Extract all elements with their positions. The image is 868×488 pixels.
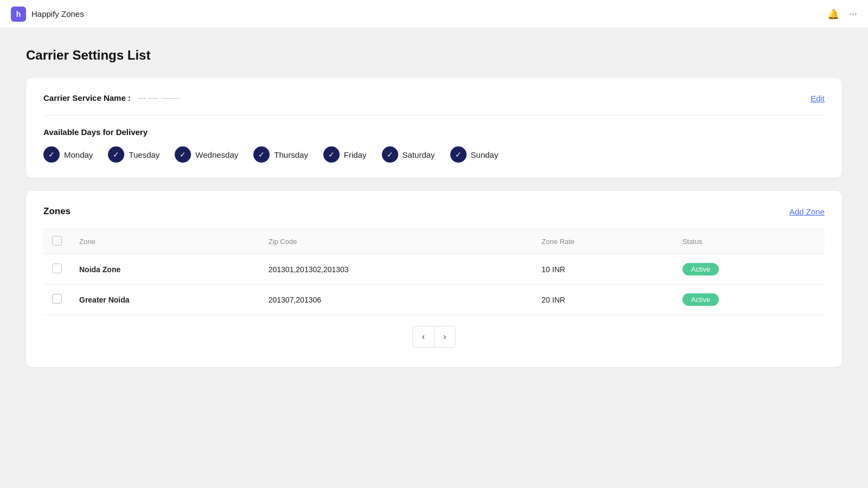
col-checkbox (43, 229, 71, 254)
app-title: Happify Zones (31, 9, 84, 18)
day-label: Sunday (471, 150, 499, 159)
col-header-zone_rate: Zone Rate (533, 229, 673, 254)
day-check-icon: ✓ (43, 146, 60, 163)
day-label: Tuesday (129, 150, 159, 159)
zones-title: Zones (43, 206, 71, 217)
day-item: ✓ Friday (323, 146, 367, 163)
col-header-zone: Zone (71, 229, 260, 254)
available-days-section: Available Days for Delivery ✓ Monday ✓ T… (43, 127, 825, 163)
topbar-left: h Happify Zones (11, 7, 84, 22)
status-badge: Active (682, 293, 719, 306)
carrier-service-row: Carrier Service Name : --- ---- ------- … (43, 93, 825, 115)
day-check-icon: ✓ (323, 146, 340, 163)
carrier-service-label: Carrier Service Name : (43, 93, 131, 102)
carrier-service-info: Carrier Service Name : --- ---- ------- (43, 93, 180, 103)
day-label: Monday (64, 150, 93, 159)
day-check-icon: ✓ (382, 146, 398, 163)
day-check-icon: ✓ (253, 146, 270, 163)
day-label: Friday (344, 150, 367, 159)
carrier-card: Carrier Service Name : --- ---- ------- … (26, 78, 842, 178)
status-cell: Active (674, 285, 825, 315)
row-checkbox-cell (43, 285, 71, 315)
zone-rate-cell: 20 INR (533, 285, 673, 315)
edit-link[interactable]: Edit (810, 94, 825, 103)
main-content: Carrier Settings List Carrier Service Na… (0, 28, 868, 387)
delivery-section-title: Available Days for Delivery (43, 127, 825, 137)
zone-name-cell: Greater Noida (71, 285, 260, 315)
prev-page-button[interactable]: ‹ (412, 326, 434, 348)
table-row: Noida Zone 201301,201302,201303 10 INR A… (43, 254, 825, 285)
row-checkbox-0[interactable] (52, 264, 62, 273)
day-label: Thursday (274, 150, 308, 159)
day-check-icon: ✓ (108, 146, 124, 163)
zones-table: ZoneZip CodeZone RateStatus Noida Zone 2… (43, 229, 825, 315)
day-item: ✓ Tuesday (108, 146, 159, 163)
page-title: Carrier Settings List (26, 48, 842, 63)
status-cell: Active (674, 254, 825, 285)
day-item: ✓ Thursday (253, 146, 308, 163)
status-badge: Active (682, 263, 719, 275)
table-header-row: ZoneZip CodeZone RateStatus (43, 229, 825, 254)
row-checkbox-cell (43, 254, 71, 285)
header-checkbox[interactable] (52, 236, 62, 246)
zip-code-cell: 201301,201302,201303 (260, 254, 533, 285)
zone-name-cell: Noida Zone (71, 254, 260, 285)
zone-rate-cell: 10 INR (533, 254, 673, 285)
day-check-icon: ✓ (450, 146, 467, 163)
zones-header: Zones Add Zone (43, 206, 825, 217)
table-row: Greater Noida 201307,201306 20 INR Activ… (43, 285, 825, 315)
col-header-zip_code: Zip Code (260, 229, 533, 254)
days-row: ✓ Monday ✓ Tuesday ✓ Wednesday ✓ Thursda… (43, 146, 825, 163)
col-header-status: Status (674, 229, 825, 254)
bell-icon[interactable]: 🔔 (827, 8, 839, 20)
day-item: ✓ Sunday (450, 146, 499, 163)
next-page-button[interactable]: › (434, 326, 456, 348)
day-check-icon: ✓ (175, 146, 191, 163)
topbar: h Happify Zones 🔔 ··· (0, 0, 868, 28)
zip-code-cell: 201307,201306 (260, 285, 533, 315)
zones-section: Zones Add Zone ZoneZip CodeZone RateStat… (26, 191, 842, 367)
app-icon: h (11, 7, 26, 22)
day-item: ✓ Wednesday (175, 146, 238, 163)
topbar-right: 🔔 ··· (827, 8, 857, 20)
zones-table-body: Noida Zone 201301,201302,201303 10 INR A… (43, 254, 825, 315)
day-label: Saturday (403, 150, 435, 159)
carrier-service-value: --- ---- ------- (137, 93, 180, 102)
day-label: Wednesday (195, 150, 238, 159)
day-item: ✓ Monday (43, 146, 93, 163)
pagination: ‹ › (43, 315, 825, 352)
add-zone-link[interactable]: Add Zone (789, 207, 825, 216)
day-item: ✓ Saturday (382, 146, 435, 163)
row-checkbox-1[interactable] (52, 294, 62, 304)
more-options-icon[interactable]: ··· (849, 8, 857, 20)
